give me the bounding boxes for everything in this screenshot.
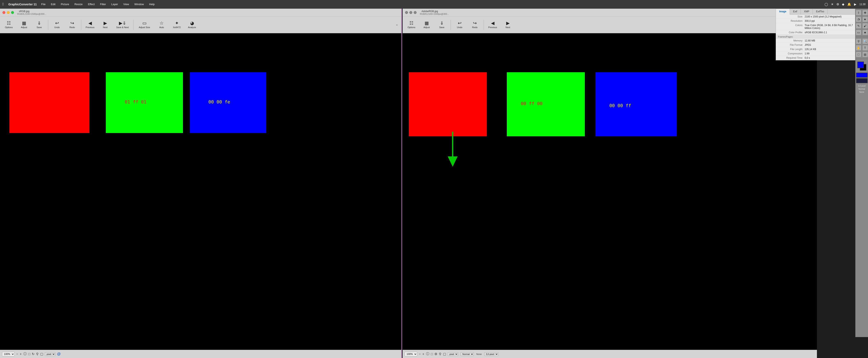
left-auto-button[interactable]: ☆ Auto (154, 18, 169, 32)
right-undo-button[interactable]: ↩ Undo (453, 18, 467, 32)
tool-gradient[interactable]: ▤ (862, 52, 868, 57)
tool-bucket[interactable]: ♣ (862, 30, 868, 35)
menu-picture[interactable]: Picture (60, 2, 70, 6)
left-crop-icon[interactable]: □ (28, 352, 30, 356)
left-close-button[interactable] (2, 11, 5, 14)
left-unit-select[interactable]: pixel (45, 352, 55, 356)
info-label-memory: Memory: (778, 39, 805, 42)
right-close-button[interactable] (405, 11, 408, 14)
menu-view[interactable]: View (122, 2, 130, 6)
left-zoom-select[interactable]: 100% (2, 352, 14, 356)
right-crop-icon[interactable]: □ (431, 352, 433, 356)
left-rect-icon[interactable]: ▢ (40, 352, 43, 356)
right-save-button[interactable]: ⇓ Save (435, 18, 449, 32)
info-label-profile: Color Profile: (778, 31, 805, 34)
right-eyedropper-icon[interactable]: ⚲ (439, 352, 441, 356)
tool-text[interactable]: T (862, 45, 868, 51)
tool-color-dark[interactable] (856, 78, 868, 83)
tool-color-blue[interactable] (856, 73, 868, 78)
menu-help[interactable]: Help (148, 2, 155, 6)
menubar-icon-6[interactable]: ▶ (854, 2, 857, 6)
left-badge-icon[interactable]: @ (57, 352, 61, 356)
left-previous-button[interactable]: ◀ Previous (83, 18, 97, 32)
right-options-button[interactable]: ☷ Options (404, 18, 418, 32)
tool-hand[interactable]: ✋ (856, 45, 862, 51)
left-undo-button[interactable]: ↩ Undo (50, 18, 64, 32)
info-tab-exif[interactable]: Exif (790, 9, 801, 14)
left-xe8472-button[interactable]: ✦ Xe8472 (169, 18, 184, 32)
right-previous-button[interactable]: ◀ Previous (486, 18, 500, 32)
left-refresh-icon[interactable]: ↻ (32, 352, 34, 356)
right-settings-icon[interactable]: ⚙ (434, 352, 437, 356)
left-info-icon[interactable]: ⓘ (23, 352, 27, 356)
right-next-button[interactable]: ▶ Next (501, 18, 515, 32)
left-more-button[interactable]: ›› (394, 18, 400, 32)
right-redo-button[interactable]: ↪ Redo (468, 18, 482, 32)
right-info-icon[interactable]: ⓘ (426, 352, 429, 356)
menu-window[interactable]: Window (133, 2, 145, 6)
tool-pencil[interactable]: ✎ (856, 23, 862, 29)
tool-crop[interactable]: □ (856, 52, 862, 57)
menubar-icon-1[interactable]: ◯ (825, 2, 828, 6)
right-mode-select[interactable]: Normal (461, 352, 474, 356)
info-value-colors: True Color (RGB, 24 Bit, 8 Bit Padding, … (805, 24, 853, 30)
left-maximize-button[interactable] (11, 11, 14, 14)
left-minimize-button[interactable] (7, 11, 10, 14)
left-options-button[interactable]: ☷ Options (2, 18, 16, 32)
tool-zoom[interactable]: 🔍 (862, 38, 868, 44)
right-zoom-select[interactable]: 100% (405, 352, 417, 356)
menubar:  GraphicConverter 11 File Edit Picture … (0, 0, 868, 9)
left-adjust-button[interactable]: ▦ Adjust (17, 18, 31, 32)
tool-row-6: ✋ T (856, 45, 868, 51)
left-eyedropper-icon[interactable]: ⚲ (36, 352, 38, 356)
right-rect-icon[interactable]: ▢ (443, 352, 446, 356)
right-canvas[interactable]: 00 ff 00 00 00 ff (403, 33, 817, 341)
right-zoom-out-icon[interactable]: − (419, 352, 421, 356)
menubar-icon-5[interactable]: 🔔 (847, 2, 851, 6)
left-redo-button[interactable]: ↪ Redo (65, 18, 80, 32)
tool-eyedropper[interactable]: ⚲ (856, 38, 862, 44)
tool-brush[interactable]: 🖌 (862, 23, 868, 29)
menu-layer[interactable]: Layer (111, 2, 119, 6)
info-label-resolution: Resolution: (778, 20, 805, 22)
tool-row-5: ⚲ 🔍 (856, 38, 868, 44)
info-tab-image[interactable]: Image (776, 9, 790, 14)
info-value-resolution: 300,0 ppi (805, 20, 853, 22)
tool-eraser[interactable]: ▭ (856, 30, 862, 35)
left-window-subtitle: RGB/8,2100×1500px@300... (17, 13, 46, 15)
left-adjust-size-button[interactable]: ▭ Adjust Size (135, 18, 154, 32)
tool-magic[interactable]: ★ (862, 17, 868, 22)
right-undo-icon: ↩ (458, 21, 462, 26)
menu-file[interactable]: File (40, 2, 46, 6)
info-tab-exiftoo[interactable]: ExifToo (813, 9, 828, 14)
tool-pointer[interactable]: ✥ (862, 10, 868, 16)
color-swatch[interactable] (857, 62, 866, 70)
right-adjust-button[interactable]: ▦ Adjust (420, 18, 434, 32)
menu-edit[interactable]: Edit (50, 2, 56, 6)
menubar-icon-3[interactable]: ⚙ (836, 2, 839, 6)
right-zoom-in-icon[interactable]: + (422, 352, 424, 356)
apple-icon[interactable]:  (2, 2, 4, 6)
left-save-button[interactable]: ⇓ Save (32, 18, 46, 32)
left-zoom-out-icon[interactable]: − (16, 352, 18, 356)
menu-effect[interactable]: Effect (87, 2, 96, 6)
right-minimize-button[interactable] (409, 11, 412, 14)
menu-resize[interactable]: Resize (74, 2, 84, 6)
tool-lasso[interactable]: ◔ (856, 17, 862, 22)
menubar-icon-2[interactable]: ☀ (831, 2, 834, 6)
left-next-button[interactable]: ▶ Next (98, 18, 113, 32)
save-icon: ⇓ (37, 21, 41, 26)
left-zoom-in-icon[interactable]: + (20, 352, 22, 356)
left-red-rect (9, 72, 89, 133)
right-unit-select[interactable]: pixel (448, 352, 458, 356)
left-analyze-button[interactable]: ◕ Analyze (185, 18, 199, 32)
right-size-select[interactable]: 3,0 pixel (484, 352, 498, 356)
left-canvas[interactable]: 01 ff 01 00 00 fe (0, 33, 401, 341)
info-tab-xmp[interactable]: XMP (801, 9, 813, 14)
menu-filter[interactable]: Filter (99, 2, 107, 6)
right-maximize-button[interactable] (414, 11, 416, 14)
left-save-next-button[interactable]: ▶⇓ Save & Next (113, 18, 132, 32)
tool-arrow[interactable]: ⇧ (856, 10, 862, 16)
menubar-icon-4[interactable]: ◆ (842, 2, 844, 6)
swatch-foreground[interactable] (857, 62, 864, 68)
